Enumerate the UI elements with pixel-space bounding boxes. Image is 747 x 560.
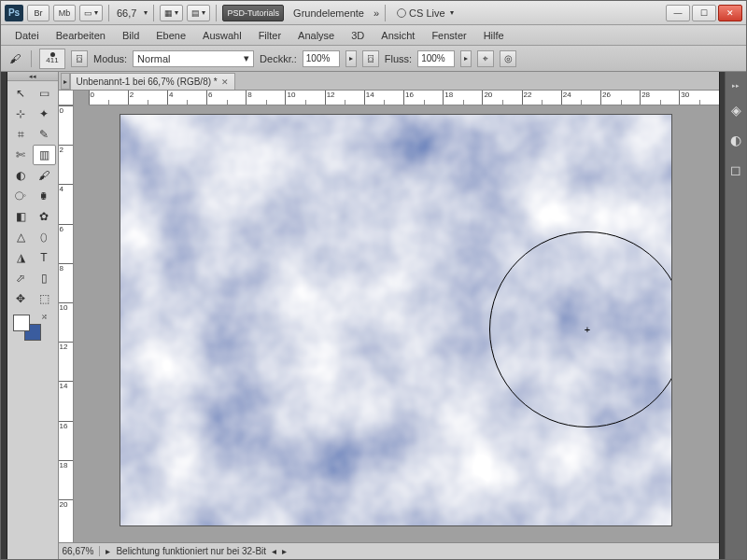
- close-button[interactable]: ✕: [718, 5, 742, 21]
- cslive-button[interactable]: CS Live▾: [391, 7, 459, 19]
- wand-tool[interactable]: ✦: [33, 104, 56, 124]
- brush-panel-button[interactable]: ⌼: [71, 50, 88, 67]
- workspace: ◂◂ ↖▭ ⊹✦ ⌗✎ ✄▥ ◐🖌 ⧂⧯ ◧✿ △⬯ ◮T ⬀▯ ✥⬚ ⤭: [1, 72, 746, 559]
- menu-bearbeiten[interactable]: Bearbeiten: [48, 27, 114, 44]
- lasso-tool[interactable]: ⊹: [9, 104, 33, 124]
- arrange-button[interactable]: ▦▾: [160, 5, 183, 21]
- status-nav-right-icon[interactable]: ▸: [282, 546, 287, 556]
- size-pressure-button[interactable]: ◎: [500, 50, 516, 67]
- dock-collapse-button[interactable]: ▸▸: [726, 81, 746, 91]
- pen-tool[interactable]: △: [9, 227, 33, 247]
- extras-button[interactable]: ▤▾: [187, 5, 210, 21]
- menu-auswahl[interactable]: Auswahl: [194, 27, 250, 44]
- menu-3d[interactable]: 3D: [343, 27, 373, 44]
- menu-fenster[interactable]: Fenster: [423, 27, 474, 44]
- menu-bild[interactable]: Bild: [114, 27, 148, 44]
- flow-arrow[interactable]: ▸: [460, 50, 472, 67]
- brush-picker[interactable]: 411: [39, 49, 65, 69]
- swap-colors-icon[interactable]: ⤭: [41, 313, 52, 324]
- document-tabs: ▸ Unbenannt-1 bei 66,7% (RGB/8) *✕: [59, 72, 719, 91]
- menu-bar: Datei Bearbeiten Bild Ebene Auswahl Filt…: [1, 25, 746, 46]
- workspace-other-button[interactable]: Grundelemente: [288, 7, 370, 19]
- foreground-color[interactable]: [13, 315, 30, 331]
- status-arrow-icon[interactable]: ▸: [106, 546, 110, 556]
- mode-value: Normal: [137, 53, 170, 64]
- airbrush-button[interactable]: ⌖: [477, 50, 494, 67]
- options-bar: 🖌 411 ⌼ Modus: Normal▾ Deckkr.: 100% ▸ ⌼…: [1, 46, 746, 72]
- menu-ebene[interactable]: Ebene: [148, 27, 194, 44]
- flow-label: Fluss:: [385, 53, 412, 64]
- minimize-button[interactable]: —: [666, 5, 690, 21]
- zoom-tool[interactable]: ⬚: [33, 288, 56, 309]
- crop-tool[interactable]: ⌗: [9, 124, 33, 145]
- screenmode-button[interactable]: ▭▾: [79, 5, 103, 21]
- canvas[interactable]: [120, 115, 671, 525]
- menu-analyse[interactable]: Analyse: [289, 27, 343, 44]
- canvas-viewport[interactable]: [74, 105, 719, 542]
- minibridge-button[interactable]: Mb: [53, 5, 76, 21]
- menu-hilfe[interactable]: Hilfe: [475, 27, 513, 44]
- menu-filter[interactable]: Filter: [250, 27, 289, 44]
- dodge-tool[interactable]: ✿: [33, 206, 56, 227]
- stamp-tool[interactable]: ◐: [9, 165, 33, 186]
- tool-preset-button[interactable]: 🖌: [7, 50, 23, 67]
- camera-tool[interactable]: ▯: [33, 268, 56, 288]
- circle-icon: [397, 8, 406, 18]
- brush-tool[interactable]: ▥: [33, 145, 56, 165]
- shape-tool[interactable]: T: [33, 247, 56, 268]
- path-tool[interactable]: ◮: [9, 247, 33, 268]
- ruler-origin[interactable]: [59, 91, 74, 105]
- tools-grid: ↖▭ ⊹✦ ⌗✎ ✄▥ ◐🖌 ⧂⧯ ◧✿ △⬯ ◮T ⬀▯ ✥⬚: [7, 81, 58, 311]
- mask-panel-icon[interactable]: ◻: [726, 160, 746, 180]
- cslive-label: CS Live: [409, 7, 445, 19]
- eyedropper-tool[interactable]: ✎: [33, 124, 56, 145]
- zoom-value[interactable]: 66,7: [115, 7, 138, 19]
- window-controls: — ☐ ✕: [666, 5, 742, 21]
- heal-tool[interactable]: ✄: [9, 145, 33, 165]
- mode-label: Modus:: [93, 53, 127, 64]
- move-tool[interactable]: ↖: [9, 83, 33, 104]
- tab-scroll-button[interactable]: ▸: [61, 73, 70, 90]
- separator: [108, 5, 109, 21]
- hand-tool[interactable]: ✥: [9, 288, 33, 309]
- brush-size-value: 411: [46, 57, 58, 64]
- marquee-tool[interactable]: ▭: [33, 83, 56, 104]
- status-zoom[interactable]: 66,67%: [63, 546, 101, 556]
- blur-tool[interactable]: ◧: [9, 206, 33, 227]
- chevron-down-icon: ▾: [244, 52, 249, 64]
- opacity-pressure-button[interactable]: ⌼: [362, 50, 379, 67]
- svg-rect-1: [120, 115, 671, 525]
- eraser-tool[interactable]: ⧂: [9, 186, 33, 206]
- opacity-input[interactable]: 100%: [303, 50, 340, 67]
- separator: [31, 50, 32, 67]
- status-nav-left-icon[interactable]: ◂: [272, 546, 276, 556]
- 3d-tool[interactable]: ⬀: [9, 268, 33, 288]
- menu-ansicht[interactable]: Ansicht: [373, 27, 423, 44]
- workspace-active-button[interactable]: PSD-Tutorials: [222, 5, 284, 21]
- gradient-tool[interactable]: ⧯: [33, 186, 56, 206]
- chevron-down-icon[interactable]: ▾: [144, 8, 148, 17]
- document-tab[interactable]: Unbenannt-1 bei 66,7% (RGB/8) *✕: [70, 73, 235, 90]
- panel-collapse-button[interactable]: ◂◂: [7, 72, 58, 81]
- layers-panel-icon[interactable]: ◈: [726, 100, 746, 120]
- mode-select[interactable]: Normal▾: [133, 50, 254, 67]
- opacity-arrow[interactable]: ▸: [345, 50, 357, 67]
- chevron-down-icon: ▾: [202, 8, 205, 17]
- close-tab-icon[interactable]: ✕: [221, 77, 229, 87]
- flow-input[interactable]: 100%: [417, 50, 455, 67]
- app-logo: Ps: [5, 5, 23, 21]
- adjust-panel-icon[interactable]: ◐: [726, 130, 746, 150]
- maximize-button[interactable]: ☐: [692, 5, 716, 21]
- document-area: ▸ Unbenannt-1 bei 66,7% (RGB/8) *✕ 02468…: [59, 72, 719, 559]
- menu-datei[interactable]: Datei: [7, 27, 48, 44]
- history-brush-tool[interactable]: 🖌: [33, 165, 56, 186]
- separator: [216, 5, 217, 21]
- canvas-wrap: 02468101214161820: [59, 105, 719, 542]
- ruler-horizontal[interactable]: 024681012141618202224262830: [89, 91, 719, 105]
- ruler-vertical[interactable]: 02468101214161820: [59, 105, 74, 542]
- type-tool[interactable]: ⬯: [33, 227, 56, 247]
- separator: [385, 5, 386, 21]
- expand-icon[interactable]: »: [374, 7, 379, 19]
- grid-icon: ▦: [164, 8, 173, 18]
- bridge-button[interactable]: Br: [27, 5, 49, 21]
